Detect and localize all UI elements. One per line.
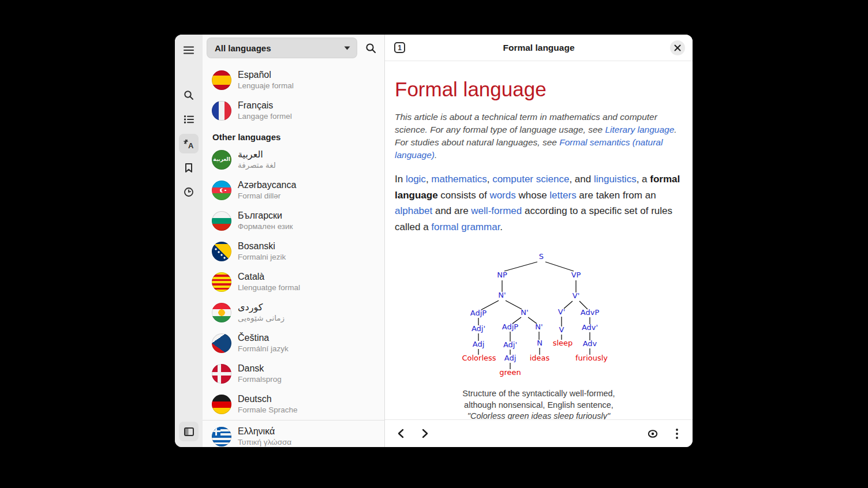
language-row[interactable]: БългарскиФормален език — [203, 205, 384, 236]
text-segment: . — [435, 150, 437, 160]
language-text: العربيةلغة متصرفة — [238, 149, 276, 170]
text-segment: , — [426, 174, 431, 185]
language-panel-header: All languages — [203, 35, 384, 61]
svg-text:N': N' — [521, 308, 528, 317]
language-article-title: لغة متصرفة — [238, 160, 276, 170]
language-text: ΕλληνικάΤυπική γλώσσα — [238, 426, 291, 447]
bg-flag-icon — [212, 211, 231, 231]
inline-link[interactable]: computer science — [492, 174, 569, 185]
article-menu-button[interactable] — [668, 425, 686, 443]
language-row[interactable]: ČeštinaFormální jazyk — [203, 328, 384, 358]
list-divider — [203, 420, 384, 421]
back-button[interactable] — [391, 425, 410, 443]
rail-article-list-button[interactable] — [179, 110, 199, 129]
ku-flag-icon — [212, 303, 231, 322]
main-menu-button[interactable] — [179, 40, 199, 60]
clock-icon — [184, 187, 194, 197]
fr-flag-icon — [212, 101, 231, 121]
language-group-primary: EspañolLenguaje formalFrançaisLangage fo… — [203, 65, 384, 126]
ca-flag-icon — [212, 272, 231, 292]
svg-text:NP: NP — [497, 271, 507, 279]
svg-text:green: green — [499, 368, 521, 377]
article-toolbar — [385, 419, 693, 447]
text-segment: whose — [516, 190, 550, 201]
language-row[interactable]: العربيةالعربيةلغة متصرفة — [203, 144, 384, 175]
language-name: Bosanski — [238, 241, 286, 252]
sidebar-rail: A — [175, 35, 203, 447]
inline-link[interactable]: letters — [549, 190, 576, 201]
language-article-title: Формален език — [238, 222, 293, 231]
toggle-sidebar-button[interactable] — [179, 422, 199, 441]
syntax-tree-diagram: SNPVPN'V'AdjPN'V'AdvPAdj'AdjPN'VAdv'AdjA… — [452, 248, 626, 381]
syntax-tree-figure: SNPVPN'V'AdjPN'V'AdvPAdj'AdjPN'VAdv'AdjA… — [395, 248, 683, 419]
svg-text:N': N' — [498, 291, 506, 299]
hamburger-icon — [183, 46, 194, 55]
language-name: Dansk — [238, 363, 282, 374]
text-segment: In — [395, 174, 406, 185]
language-row[interactable]: AzərbaycancaFormal dillər — [203, 175, 384, 205]
app-window: A All lang — [175, 35, 693, 447]
svg-text:V: V — [559, 325, 564, 334]
svg-text:sleep: sleep — [552, 339, 573, 347]
language-article-title: Formale Sprache — [238, 405, 298, 415]
language-panel: All languages EspañolLenguaje formalFran… — [203, 35, 385, 447]
forward-button[interactable] — [416, 425, 434, 443]
inline-link[interactable]: mathematics — [431, 174, 487, 185]
language-row[interactable]: FrançaisLangage formel — [203, 95, 384, 126]
rail-search-button[interactable] — [179, 85, 199, 105]
language-text: БългарскиФормален език — [238, 210, 293, 231]
rail-bookmarks-button[interactable] — [179, 158, 199, 178]
article-header: 1 Formal language — [385, 35, 693, 61]
language-row[interactable]: ΕλληνικάΤυπική γλώσσα — [203, 421, 384, 447]
bookmark-icon — [184, 163, 193, 173]
language-name: Azərbaycanca — [238, 179, 296, 191]
language-row[interactable]: کوردیزمانی شێوەیی — [203, 297, 384, 328]
rail-history-button[interactable] — [179, 182, 199, 202]
page-title: Formal language — [395, 78, 683, 100]
svg-text:ideas: ideas — [529, 354, 549, 362]
text-segment: consists of — [438, 190, 490, 201]
language-text: BosanskiFormalni jezik — [238, 241, 286, 262]
language-row[interactable]: DeutschFormale Sprache — [203, 389, 384, 419]
language-row[interactable]: EspañolLenguaje formal — [203, 65, 384, 95]
language-article-title: Llenguatge formal — [238, 283, 300, 292]
language-row[interactable]: DanskFormalsprog — [203, 358, 384, 389]
es-flag-icon — [212, 70, 231, 90]
close-article-button[interactable] — [670, 40, 685, 55]
language-filter-dropdown[interactable]: All languages — [207, 37, 357, 58]
caption-line: although nonsensical, English sentence, — [450, 400, 628, 411]
svg-text:VP: VP — [571, 271, 581, 279]
text-segment: are taken from an — [577, 190, 656, 201]
language-row[interactable]: BosanskiFormalni jezik — [203, 236, 384, 266]
text-segment: and are — [432, 205, 471, 216]
language-article-title: Langage formel — [238, 111, 292, 121]
search-icon — [184, 90, 194, 100]
language-name: Čeština — [238, 332, 289, 344]
inline-link[interactable]: linguistics — [594, 174, 637, 185]
chevron-left-icon — [398, 429, 404, 438]
inline-link[interactable]: Literary language — [605, 125, 674, 134]
language-row[interactable]: CatalàLlenguatge formal — [203, 266, 384, 297]
reader-view-button[interactable] — [643, 425, 662, 443]
kebab-menu-icon — [675, 428, 679, 440]
dk-flag-icon — [212, 364, 231, 384]
caption-line: Structure of the syntactically well-form… — [450, 388, 628, 400]
language-search-button[interactable] — [361, 39, 380, 57]
inline-link[interactable]: alphabet — [395, 205, 432, 216]
el-flag-icon — [212, 427, 231, 446]
svg-text:N': N' — [535, 322, 542, 331]
language-group-other: العربيةالعربيةلغة متصرفةAzərbaycancaForm… — [203, 144, 384, 447]
inline-link[interactable]: formal grammar — [431, 222, 500, 232]
text-segment: "Colorless green ideas sleep furiously" — [467, 411, 610, 419]
language-text: AzərbaycancaFormal dillər — [238, 179, 296, 201]
text-segment: although nonsensical, English sentence, — [464, 400, 613, 410]
language-article-title: زمانی شێوەیی — [238, 313, 285, 323]
cz-flag-icon — [212, 333, 231, 353]
sidebar-toggle-icon — [184, 427, 194, 436]
inline-link[interactable]: well-formed — [471, 205, 522, 216]
rail-languages-button[interactable]: A — [179, 134, 199, 153]
inline-link[interactable]: words — [489, 190, 515, 201]
inline-link[interactable]: logic — [406, 174, 426, 185]
tab-overview-button[interactable]: 1 — [394, 42, 405, 53]
language-article-title: Lenguaje formal — [238, 81, 294, 91]
